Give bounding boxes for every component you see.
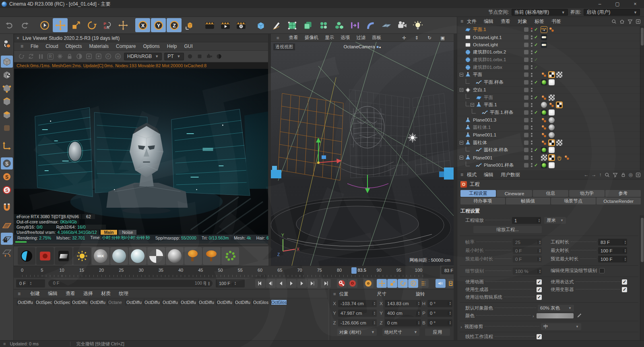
lv-menu-cloud[interactable]: Cloud bbox=[42, 43, 61, 49]
visibility-toggle[interactable] bbox=[524, 43, 528, 47]
close-icon[interactable]: × bbox=[17, 35, 19, 41]
editor-render-dots[interactable] bbox=[531, 95, 533, 99]
position-mode-dropdown[interactable]: 对象 (相对)▼ bbox=[337, 328, 377, 336]
object-row[interactable]: 平面.1.样条✓ bbox=[457, 109, 644, 117]
sub-target-icon[interactable] bbox=[94, 52, 103, 61]
render-settings[interactable] bbox=[233, 18, 248, 32]
tab-帧插值[interactable]: 帧插值 bbox=[506, 198, 551, 204]
visibility-toggle[interactable] bbox=[524, 72, 528, 77]
palette-scatter-autumn-1[interactable] bbox=[184, 247, 202, 265]
coordinate-field-rotation-p[interactable]: 0 °▲▼ bbox=[427, 310, 452, 317]
coordinate-field-size-x[interactable]: 143.83 cm▲▼ bbox=[385, 300, 421, 307]
object-row[interactable]: 建筑群01.orbx.1✓ bbox=[457, 56, 644, 64]
hamburger-icon[interactable]: ≡ bbox=[16, 291, 22, 297]
editor-render-dots[interactable] bbox=[531, 140, 533, 145]
spinner-arrows[interactable]: ▲▼ bbox=[372, 321, 376, 325]
add-panel-icon[interactable] bbox=[636, 19, 641, 24]
render-view[interactable] bbox=[202, 18, 217, 32]
snap-toggle[interactable]: S bbox=[1, 157, 13, 169]
viewport-rotate-icon[interactable]: ↻ bbox=[424, 35, 435, 41]
object-row[interactable]: 平面.1 bbox=[457, 101, 644, 109]
lv-menu-gui[interactable]: GUI bbox=[181, 43, 196, 49]
white-balance-icon[interactable] bbox=[195, 52, 204, 61]
spinner-arrows[interactable]: ▲▼ bbox=[372, 311, 376, 315]
spinner-arrows[interactable]: ▲▼ bbox=[28, 281, 32, 285]
splitter-vertical-2[interactable] bbox=[454, 34, 457, 340]
palette-checker-material[interactable] bbox=[147, 247, 165, 265]
enabled-check[interactable]: ✓ bbox=[534, 80, 539, 85]
forward-icon[interactable]: → bbox=[592, 172, 597, 178]
splitter-vertical[interactable] bbox=[268, 34, 271, 266]
keyframe-selection-button[interactable] bbox=[363, 279, 374, 288]
tag-checksel[interactable] bbox=[556, 102, 562, 108]
viewport-menu-0[interactable]: 查看 bbox=[286, 35, 301, 41]
kernel-icon[interactable] bbox=[55, 52, 65, 61]
material-item[interactable]: OctDiffu bbox=[234, 299, 252, 305]
checkbox-使用运动剪辑系统[interactable]: ✓ bbox=[537, 295, 542, 300]
tag-dots[interactable] bbox=[541, 140, 547, 146]
tag-white[interactable] bbox=[549, 109, 555, 116]
om-menu-4[interactable]: 标签 bbox=[531, 18, 548, 25]
lv-menu-options[interactable]: Options bbox=[140, 43, 163, 49]
clay-mode-icon[interactable] bbox=[74, 52, 84, 61]
viewport-menu-2[interactable]: 显示 bbox=[322, 35, 337, 41]
editor-render-dots[interactable] bbox=[531, 88, 533, 92]
goto-start-button[interactable] bbox=[255, 279, 265, 288]
search-icon[interactable] bbox=[605, 172, 610, 178]
snap-auto[interactable]: S bbox=[1, 184, 13, 196]
snap-3d[interactable]: S bbox=[1, 171, 13, 183]
spinner-arrows[interactable]: ▲▼ bbox=[417, 311, 420, 315]
object-row[interactable]: Plane001.1 bbox=[457, 132, 644, 139]
spline-pen[interactable] bbox=[269, 18, 284, 32]
tag-lighttag[interactable] bbox=[541, 34, 547, 40]
camera-object[interactable] bbox=[394, 18, 409, 32]
up-icon[interactable]: ↑ bbox=[599, 172, 602, 178]
view-clip-dropdown[interactable]: 中▼ bbox=[541, 323, 581, 330]
magnet-tool[interactable] bbox=[1, 202, 13, 214]
material-menu-0[interactable]: 创建 bbox=[26, 290, 44, 297]
workplane-lock[interactable] bbox=[1, 233, 13, 245]
tag-gray[interactable] bbox=[541, 102, 547, 108]
material-item[interactable]: OctDiffu bbox=[89, 299, 107, 305]
coordinate-system[interactable] bbox=[182, 18, 197, 32]
material-item[interactable]: OctDiffu bbox=[162, 299, 180, 305]
lwf-checkbox[interactable]: ✓ bbox=[537, 334, 542, 339]
format-dropdown[interactable]: HDR/sRGB▼ bbox=[124, 53, 162, 60]
om-menu-2[interactable]: 查看 bbox=[497, 18, 514, 25]
node-space-dropdown[interactable]: 当前 (标准/物理)▼ bbox=[512, 9, 568, 16]
record-keyframe-button[interactable] bbox=[337, 279, 347, 288]
visibility-toggle[interactable] bbox=[524, 133, 528, 137]
object-row[interactable]: 平面✓ bbox=[457, 94, 644, 101]
unit-dropdown[interactable]: 厘米▼ bbox=[544, 217, 566, 224]
record-rotation-toggle[interactable] bbox=[398, 279, 408, 288]
om-menu-5[interactable]: 书签 bbox=[548, 18, 565, 25]
spinner-arrows[interactable]: ▲▼ bbox=[537, 219, 540, 223]
om-menu-3[interactable]: 对象 bbox=[514, 18, 531, 25]
tag-dots[interactable] bbox=[541, 124, 547, 130]
model-mode[interactable] bbox=[1, 56, 13, 68]
search-icon[interactable] bbox=[611, 19, 617, 24]
tag-checker[interactable] bbox=[549, 95, 555, 101]
workplane-rotate[interactable] bbox=[1, 246, 13, 258]
visibility-toggle[interactable] bbox=[524, 103, 528, 107]
redo-icon[interactable] bbox=[17, 18, 32, 32]
hamburger-icon[interactable]: ≡ bbox=[17, 43, 27, 49]
viewport-maximize-icon[interactable]: ▣ bbox=[437, 35, 448, 41]
tab-信息[interactable]: 信息 bbox=[533, 190, 568, 197]
object-row[interactable]: 建筑群01.orbx.2✓ bbox=[457, 49, 644, 56]
enabled-check[interactable]: ✓ bbox=[534, 95, 539, 100]
instance-generator[interactable] bbox=[300, 18, 315, 32]
kernel-dropdown[interactable]: PT▼ bbox=[164, 53, 184, 60]
visibility-toggle[interactable] bbox=[524, 35, 528, 39]
value-field[interactable]: 100 F▲▼ bbox=[598, 247, 627, 254]
editor-render-dots[interactable] bbox=[531, 156, 533, 160]
target-icon[interactable]: ◎ bbox=[629, 172, 633, 178]
make-editable[interactable] bbox=[1, 38, 13, 50]
hamburger-icon[interactable]: ≡ bbox=[0, 341, 10, 346]
filter-icon[interactable] bbox=[613, 172, 618, 178]
spinner-arrows[interactable]: ▲▼ bbox=[417, 321, 420, 325]
tab-待办事项[interactable]: 待办事项 bbox=[460, 198, 505, 204]
tab-场景节点[interactable]: 场景节点 bbox=[551, 198, 596, 204]
am-menu-0[interactable]: 模式 bbox=[463, 171, 480, 178]
object-row[interactable]: 圆柱体.样条✓ bbox=[457, 147, 644, 154]
